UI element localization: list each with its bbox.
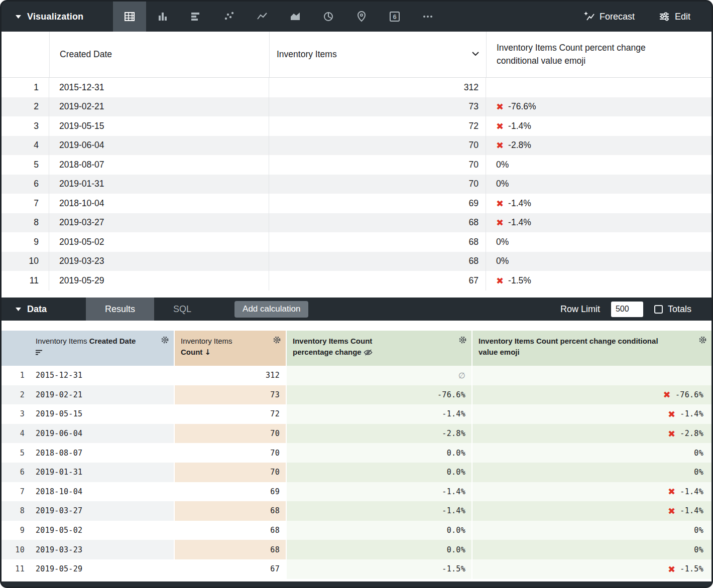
count-cell[interactable]: 70 bbox=[174, 424, 286, 444]
percent-change-emoji-cell[interactable]: ✖ -1.5% bbox=[486, 271, 711, 290]
percent-change-emoji-cell[interactable] bbox=[486, 78, 711, 97]
created-date-cell[interactable]: 2019-02-21 bbox=[32, 385, 174, 405]
viz-type-map-button[interactable] bbox=[345, 2, 378, 32]
percent-change-emoji-cell[interactable]: ✖ -1.4% bbox=[471, 501, 711, 521]
percentage-change-cell[interactable]: -1.4% bbox=[286, 404, 471, 424]
percent-change-emoji-cell[interactable] bbox=[471, 366, 711, 385]
percent-change-emoji-cell[interactable]: ✖ -76.6% bbox=[471, 385, 711, 405]
viz-header-inventory-items[interactable]: Inventory Items bbox=[269, 32, 486, 77]
created-date-cell[interactable]: 2018-10-04 bbox=[49, 194, 269, 213]
percent-change-emoji-cell[interactable]: ✖ -1.4% bbox=[486, 213, 711, 233]
percentage-change-cell[interactable]: ∅ bbox=[286, 366, 471, 385]
count-cell[interactable]: 70 bbox=[174, 443, 286, 463]
count-cell[interactable]: 312 bbox=[174, 366, 286, 385]
viz-type-more-button[interactable] bbox=[411, 2, 444, 32]
created-date-cell[interactable]: 2015-12-31 bbox=[49, 78, 269, 97]
created-date-cell[interactable]: 2019-05-15 bbox=[49, 116, 269, 136]
percentage-change-cell[interactable]: -1.4% bbox=[286, 501, 471, 521]
percent-change-emoji-cell[interactable]: ✖ -1.5% bbox=[471, 559, 711, 579]
created-date-cell[interactable]: 2019-05-29 bbox=[32, 559, 174, 579]
created-date-cell[interactable]: 2019-01-31 bbox=[49, 175, 269, 194]
created-date-cell[interactable]: 2019-05-29 bbox=[49, 271, 269, 290]
created-date-cell[interactable]: 2019-05-02 bbox=[49, 232, 269, 252]
percent-change-emoji-cell[interactable]: 0% bbox=[471, 443, 711, 463]
percentage-change-cell[interactable]: 0.0% bbox=[286, 463, 471, 482]
results-header-percent-change-emoji[interactable]: Inventory Items Count percent change con… bbox=[471, 331, 711, 366]
viz-type-pie-chart-button[interactable] bbox=[312, 2, 345, 32]
count-cell[interactable]: 68 bbox=[174, 521, 286, 540]
viz-type-area-chart-button[interactable] bbox=[279, 2, 312, 32]
gear-icon[interactable] bbox=[698, 336, 707, 344]
inventory-items-count-cell[interactable]: 68 bbox=[269, 213, 486, 233]
chevron-down-icon[interactable] bbox=[472, 52, 479, 56]
percent-change-emoji-cell[interactable]: 0% bbox=[486, 155, 711, 175]
tab-results[interactable]: Results bbox=[86, 298, 154, 321]
viz-type-column-chart-button[interactable] bbox=[146, 2, 179, 32]
count-cell[interactable]: 72 bbox=[174, 404, 286, 424]
viz-header-percent-change-emoji[interactable]: Inventory Items Count percent change con… bbox=[486, 32, 711, 77]
viz-type-table-button[interactable] bbox=[113, 2, 146, 32]
created-date-cell[interactable]: 2018-08-07 bbox=[49, 155, 269, 175]
percent-change-emoji-cell[interactable]: 0% bbox=[486, 232, 711, 252]
percent-change-emoji-cell[interactable]: ✖ -76.6% bbox=[486, 97, 711, 117]
created-date-cell[interactable]: 2019-02-21 bbox=[49, 97, 269, 117]
count-cell[interactable]: 68 bbox=[174, 540, 286, 559]
count-cell[interactable]: 67 bbox=[174, 559, 286, 579]
percent-change-emoji-cell[interactable]: 0% bbox=[471, 463, 711, 482]
percent-change-emoji-cell[interactable]: 0% bbox=[486, 175, 711, 194]
forecast-button[interactable]: Forecast bbox=[583, 11, 635, 22]
inventory-items-count-cell[interactable]: 68 bbox=[269, 252, 486, 271]
inventory-items-count-cell[interactable]: 70 bbox=[269, 175, 486, 194]
percent-change-emoji-cell[interactable]: 0% bbox=[471, 540, 711, 559]
viz-type-bar-chart-button[interactable] bbox=[179, 2, 212, 32]
row-limit-input[interactable] bbox=[611, 302, 643, 317]
percentage-change-cell[interactable]: 0.0% bbox=[286, 521, 471, 540]
edit-button[interactable]: Edit bbox=[659, 11, 690, 22]
percentage-change-cell[interactable]: -1.5% bbox=[286, 559, 471, 579]
results-header-created-date[interactable]: Inventory Items Created Date bbox=[32, 331, 174, 366]
gear-icon[interactable] bbox=[273, 336, 281, 344]
count-cell[interactable]: 70 bbox=[174, 463, 286, 482]
viz-header-created-date[interactable]: Created Date bbox=[49, 32, 269, 77]
inventory-items-count-cell[interactable]: 312 bbox=[269, 78, 486, 97]
inventory-items-count-cell[interactable]: 73 bbox=[269, 97, 486, 117]
visualization-section-toggle[interactable]: Visualization bbox=[2, 12, 113, 22]
viz-type-line-chart-button[interactable] bbox=[246, 2, 279, 32]
created-date-cell[interactable]: 2018-10-04 bbox=[32, 482, 174, 502]
created-date-cell[interactable]: 2019-03-23 bbox=[32, 540, 174, 559]
totals-checkbox[interactable] bbox=[654, 305, 663, 314]
percentage-change-cell[interactable]: -1.4% bbox=[286, 482, 471, 502]
percent-change-emoji-cell[interactable]: ✖ -1.4% bbox=[486, 116, 711, 136]
gear-icon[interactable] bbox=[458, 336, 467, 344]
created-date-cell[interactable]: 2019-03-23 bbox=[49, 252, 269, 271]
created-date-cell[interactable]: 2018-08-07 bbox=[32, 443, 174, 463]
percentage-change-cell[interactable]: -2.8% bbox=[286, 424, 471, 444]
percent-change-emoji-cell[interactable]: ✖ -2.8% bbox=[471, 424, 711, 444]
count-cell[interactable]: 73 bbox=[174, 385, 286, 405]
percentage-change-cell[interactable]: 0.0% bbox=[286, 540, 471, 559]
percent-change-emoji-cell[interactable]: 0% bbox=[471, 521, 711, 540]
inventory-items-count-cell[interactable]: 70 bbox=[269, 136, 486, 156]
percentage-change-cell[interactable]: 0.0% bbox=[286, 443, 471, 463]
percent-change-emoji-cell[interactable]: ✖ -1.4% bbox=[486, 194, 711, 213]
created-date-cell[interactable]: 2019-01-31 bbox=[32, 463, 174, 482]
viz-type-single-value-button[interactable]: 6 bbox=[378, 2, 411, 32]
created-date-cell[interactable]: 2019-06-04 bbox=[32, 424, 174, 444]
created-date-cell[interactable]: 2019-03-27 bbox=[32, 501, 174, 521]
created-date-cell[interactable]: 2015-12-31 bbox=[32, 366, 174, 385]
inventory-items-count-cell[interactable]: 70 bbox=[269, 155, 486, 175]
tab-sql[interactable]: SQL bbox=[154, 298, 210, 321]
percentage-change-cell[interactable]: -76.6% bbox=[286, 385, 471, 405]
data-section-toggle[interactable]: Data bbox=[2, 304, 86, 315]
sort-desc-arrow-icon[interactable]: ↓ bbox=[205, 348, 211, 357]
percent-change-emoji-cell[interactable]: ✖ -1.4% bbox=[471, 404, 711, 424]
percent-change-emoji-cell[interactable]: ✖ -1.4% bbox=[471, 482, 711, 502]
count-cell[interactable]: 69 bbox=[174, 482, 286, 502]
gear-icon[interactable] bbox=[161, 336, 169, 344]
created-date-cell[interactable]: 2019-03-27 bbox=[49, 213, 269, 233]
created-date-cell[interactable]: 2019-05-02 bbox=[32, 521, 174, 540]
results-header-count[interactable]: Inventory Items Count ↓ bbox=[174, 331, 286, 366]
inventory-items-count-cell[interactable]: 67 bbox=[269, 271, 486, 290]
count-cell[interactable]: 68 bbox=[174, 501, 286, 521]
created-date-cell[interactable]: 2019-06-04 bbox=[49, 136, 269, 156]
